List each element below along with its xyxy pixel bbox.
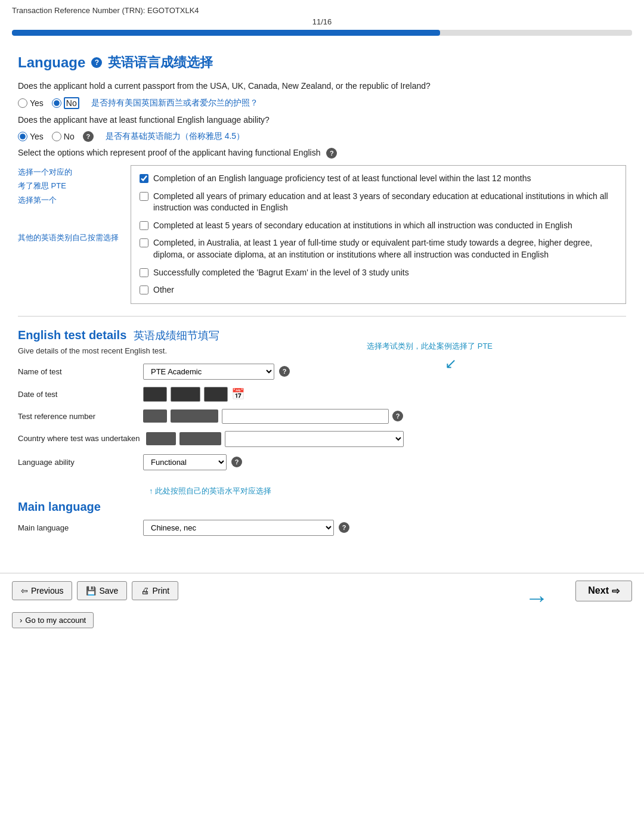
checkbox-option-5: Successfully completed the 'Bagrut Exam'… xyxy=(140,267,617,279)
q2-yes-label[interactable]: Yes xyxy=(18,132,44,141)
previous-icon: ⇦ xyxy=(21,586,28,595)
test-ref-label: Test reference number xyxy=(18,412,137,421)
lang-ability-select[interactable]: Functional Vocational Competent Proficie… xyxy=(143,454,227,470)
footer-bar: ⇦ Previous 💾 Save 🖨 Print → Next ⇨ › Go … xyxy=(0,573,644,635)
ref-help-icon[interactable]: ? xyxy=(392,411,403,421)
checkbox-1-label: Completion of an English language profic… xyxy=(153,173,531,185)
english-test-title-cn: 英语成绩细节填写 xyxy=(134,328,219,343)
date-of-test-label: Date of test xyxy=(18,390,137,399)
q2-no-label[interactable]: No xyxy=(52,132,75,141)
checkbox-4[interactable] xyxy=(140,238,148,247)
next-icon: ⇨ xyxy=(612,585,620,597)
q3-text: Select the options which represent proof… xyxy=(18,147,626,159)
q1-yes-radio[interactable] xyxy=(18,98,27,108)
q1-no-radio[interactable] xyxy=(52,98,61,108)
name-of-test-label: Name of test xyxy=(18,367,137,376)
q1-no-selected-indicator: No xyxy=(64,97,79,109)
save-button[interactable]: 💾 Save xyxy=(77,581,127,600)
save-label: Save xyxy=(99,586,118,595)
q1-no-label[interactable]: No xyxy=(52,97,79,109)
left-hint-1: 选择一个对应的 xyxy=(18,165,119,179)
date-of-test-row: Date of test 📅 xyxy=(18,387,626,402)
ref-input-field[interactable] xyxy=(222,409,389,424)
print-label: Print xyxy=(152,586,169,595)
page-indicator: 11/16 xyxy=(0,17,644,26)
date-month-input[interactable] xyxy=(171,387,200,402)
checkbox-options-container: 选择一个对应的 考了雅思 PTE 选择第一个 其他的英语类别自己按需选择 Com… xyxy=(18,165,626,304)
name-of-test-select[interactable]: PTE Academic IELTS TOEFL xyxy=(143,364,274,380)
english-test-description: Give details of the most recent English … xyxy=(18,346,626,355)
main-lang-title: Main language xyxy=(18,500,626,514)
left-hint-4: 其他的英语类别自己按需选择 xyxy=(18,231,119,244)
next-button[interactable]: Next ⇨ xyxy=(575,581,632,601)
goto-account-label: Go to my account xyxy=(25,616,86,625)
country-select-row: Australia China xyxy=(146,431,404,447)
goto-account-button[interactable]: › Go to my account xyxy=(12,612,94,628)
language-section-title: Language ? 英语语言成绩选择 xyxy=(18,54,626,72)
lang-ability-help-icon[interactable]: ? xyxy=(231,457,242,467)
functional-hint: ↑ 此处按照自己的英语水平对应选择 xyxy=(149,486,271,497)
ref-redacted-1 xyxy=(143,409,167,423)
checkbox-4-label: Completed, in Australia, at least 1 year… xyxy=(153,237,617,260)
lang-ability-label: Language ability xyxy=(18,458,137,467)
previous-button[interactable]: ⇦ Previous xyxy=(12,581,72,600)
country-select[interactable]: Australia China xyxy=(225,431,404,447)
date-day-input[interactable] xyxy=(143,387,167,402)
checkbox-1[interactable] xyxy=(140,174,148,183)
english-test-section: English test details 英语成绩细节填写 Give detai… xyxy=(18,328,626,470)
checkbox-5-label: Successfully completed the 'Bagrut Exam'… xyxy=(153,267,409,279)
checkbox-2-label: Completed all years of primary education… xyxy=(153,191,617,214)
name-of-test-help-icon[interactable]: ? xyxy=(279,366,290,377)
main-lang-select[interactable]: Chinese, nec English Mandarin xyxy=(143,520,334,536)
checkbox-options-box: Completion of an English language profic… xyxy=(131,165,626,304)
progress-bar-container xyxy=(12,30,632,36)
ref-input-row: ? xyxy=(143,409,403,424)
trn-text: Transaction Reference Number (TRN): EGOT… xyxy=(12,6,199,15)
q1-yes-label[interactable]: Yes xyxy=(18,98,44,108)
lang-ability-row: Language ability Functional Vocational C… xyxy=(18,454,626,470)
date-inputs: 📅 xyxy=(143,387,244,402)
goto-account-icon: › xyxy=(20,616,22,625)
checkbox-5[interactable] xyxy=(140,268,148,277)
language-help-icon[interactable]: ? xyxy=(91,57,102,68)
checkbox-option-6: Other xyxy=(140,284,617,296)
checkbox-option-3: Completed at least 5 years of secondary … xyxy=(140,220,617,232)
checkbox-2[interactable] xyxy=(140,192,148,201)
q2-cn-hint: 是否有基础英语能力（俗称雅思 4.5） xyxy=(106,131,244,142)
checkbox-option-1: Completion of an English language profic… xyxy=(140,173,617,185)
save-icon: 💾 xyxy=(86,586,96,595)
left-hint-3: 选择第一个 xyxy=(18,193,119,207)
print-button[interactable]: 🖨 Print xyxy=(132,581,178,600)
main-lang-help-icon[interactable]: ? xyxy=(339,522,349,533)
checkbox-3[interactable] xyxy=(140,221,148,230)
checkbox-option-2: Completed all years of primary education… xyxy=(140,191,617,214)
q2-text: Does the applicant have at least functio… xyxy=(18,114,626,126)
country-redacted-1 xyxy=(146,432,176,445)
left-hint-2: 考了雅思 PTE xyxy=(18,179,119,193)
q1-text: Does the applicant hold a current passpo… xyxy=(18,80,626,92)
lang-ability-control-row: Functional Vocational Competent Proficie… xyxy=(143,454,242,470)
q3-help-icon[interactable]: ? xyxy=(326,148,337,159)
english-test-title: English test details 英语成绩细节填写 xyxy=(18,328,626,343)
q2-yes-radio[interactable] xyxy=(18,132,27,141)
q2-no-radio[interactable] xyxy=(52,132,61,141)
next-label: Next xyxy=(588,585,609,596)
pte-down-arrow: ↙ xyxy=(445,355,457,372)
main-language-section: Main language Main language Chinese, nec… xyxy=(18,500,626,536)
previous-label: Previous xyxy=(31,586,63,595)
q2-radio-group: Yes No ? 是否有基础英语能力（俗称雅思 4.5） xyxy=(18,131,626,142)
checkbox-6[interactable] xyxy=(140,286,148,294)
next-blue-arrow: → xyxy=(525,585,549,612)
checkbox-option-4: Completed, in Australia, at least 1 year… xyxy=(140,237,617,260)
calendar-icon[interactable]: 📅 xyxy=(231,387,244,401)
country-label: Country where test was undertaken xyxy=(18,433,140,444)
trn-bar: Transaction Reference Number (TRN): EGOT… xyxy=(0,0,644,17)
divider xyxy=(18,316,626,317)
main-lang-select-row: Chinese, nec English Mandarin ? xyxy=(143,520,349,536)
q2-help-icon[interactable]: ? xyxy=(83,131,94,142)
pte-arrow-hint: 选择考试类别，此处案例选择了 PTE xyxy=(367,341,493,352)
date-year-input[interactable] xyxy=(204,387,228,402)
q1-cn-hint: 是否持有美国英国新西兰或者爱尔兰的护照？ xyxy=(91,98,258,108)
main-lang-row: Main language Chinese, nec English Manda… xyxy=(18,520,626,536)
q1-radio-group: Yes No 是否持有美国英国新西兰或者爱尔兰的护照？ xyxy=(18,97,626,109)
